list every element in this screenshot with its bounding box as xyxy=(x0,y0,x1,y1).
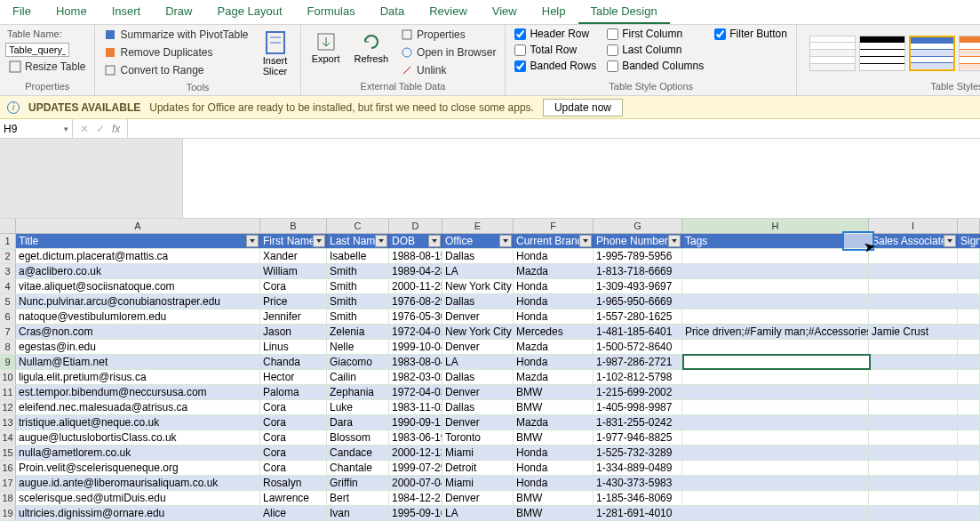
th-tags[interactable]: Tags xyxy=(682,234,869,248)
cell[interactable] xyxy=(869,476,958,490)
cell[interactable] xyxy=(869,385,958,399)
cell[interactable]: Chantale xyxy=(327,461,389,475)
tab-table-design[interactable]: Table Design xyxy=(578,0,670,24)
cell[interactable]: Rosalyn xyxy=(260,476,327,490)
cell[interactable] xyxy=(958,279,980,293)
cell[interactable]: 2000-11-25 xyxy=(389,279,442,293)
tab-insert[interactable]: Insert xyxy=(100,0,154,24)
open-browser-button[interactable]: Open in Browser xyxy=(397,44,499,60)
cell[interactable]: 1-430-373-5983 xyxy=(594,476,682,490)
col-header-A[interactable]: A xyxy=(16,219,260,233)
cell[interactable]: Honda xyxy=(514,476,594,490)
cell[interactable] xyxy=(958,370,980,384)
cell[interactable] xyxy=(682,385,869,399)
row-header[interactable]: 7 xyxy=(0,325,16,339)
th-office[interactable]: Office xyxy=(442,234,514,248)
col-header-H[interactable]: H xyxy=(682,219,869,233)
cell[interactable] xyxy=(869,264,958,278)
th-brand[interactable]: Current Brand xyxy=(514,234,594,248)
cell[interactable] xyxy=(682,340,869,354)
cell[interactable] xyxy=(869,415,958,430)
cell[interactable] xyxy=(958,264,980,278)
cell[interactable]: Cailin xyxy=(327,370,389,384)
cell[interactable]: 1999-07-29 xyxy=(389,461,442,475)
cell[interactable]: Dallas xyxy=(442,400,514,414)
cell[interactable]: 1983-08-04 xyxy=(389,355,442,369)
row-header[interactable]: 16 xyxy=(0,461,16,475)
cell[interactable] xyxy=(958,325,980,339)
cell[interactable]: Price driven;#Family man;#Accessories xyxy=(682,325,869,339)
cell[interactable] xyxy=(869,294,958,309)
cell[interactable]: Cora xyxy=(260,461,327,475)
cell[interactable] xyxy=(958,249,980,263)
filter-icon[interactable] xyxy=(668,235,681,247)
row-header[interactable]: 18 xyxy=(0,491,16,505)
cell[interactable] xyxy=(958,385,980,399)
cell[interactable]: Alice xyxy=(260,506,327,520)
cell[interactable]: Toronto xyxy=(442,430,514,445)
cell[interactable]: 1984-12-21 xyxy=(389,491,442,505)
col-header-I[interactable]: I xyxy=(869,219,958,233)
cell[interactable] xyxy=(869,446,958,460)
cell[interactable]: 1-405-998-9987 xyxy=(594,400,682,414)
cell[interactable] xyxy=(958,415,980,430)
cell[interactable]: 1-557-280-1625 xyxy=(594,309,682,324)
cell[interactable]: Lawrence xyxy=(260,491,327,505)
resize-table-button[interactable]: Resize Table xyxy=(5,59,89,75)
row-header[interactable]: 3 xyxy=(0,264,16,278)
cell[interactable]: Isabelle xyxy=(327,249,389,263)
cell[interactable]: Giacomo xyxy=(327,355,389,369)
cell[interactable] xyxy=(958,355,980,369)
cell[interactable]: Denver xyxy=(442,340,514,354)
cb-first-col[interactable]: First Column xyxy=(603,27,707,41)
cell[interactable]: egestas@in.edu xyxy=(16,340,260,354)
cell[interactable]: Cora xyxy=(260,430,327,445)
cell[interactable] xyxy=(958,309,980,324)
tab-help[interactable]: Help xyxy=(530,0,578,24)
row-header[interactable]: 4 xyxy=(0,279,16,293)
cell[interactable]: 1989-04-28 xyxy=(389,264,442,278)
col-header-J[interactable] xyxy=(958,219,980,233)
cell[interactable]: eget.dictum.placerat@mattis.ca xyxy=(16,249,260,263)
cell[interactable]: 1-281-691-4010 xyxy=(594,506,682,520)
cell[interactable]: Blossom xyxy=(327,430,389,445)
tab-home[interactable]: Home xyxy=(44,0,100,24)
row-header[interactable]: 11 xyxy=(0,385,16,399)
cell[interactable]: 1-309-493-9697 xyxy=(594,279,682,293)
cell[interactable]: Detroit xyxy=(442,461,514,475)
row-header[interactable]: 17 xyxy=(0,476,16,490)
cell[interactable] xyxy=(958,340,980,354)
row-header[interactable]: 15 xyxy=(0,446,16,460)
cell[interactable]: BMW xyxy=(514,385,594,399)
cell[interactable]: Honda xyxy=(514,279,594,293)
cell[interactable] xyxy=(958,476,980,490)
row-header-1[interactable]: 1 xyxy=(0,234,16,248)
cell[interactable]: 1990-09-11 xyxy=(389,415,442,430)
cell[interactable] xyxy=(682,506,869,520)
tab-draw[interactable]: Draw xyxy=(153,0,204,24)
th-title[interactable]: Title xyxy=(16,234,260,248)
cell[interactable] xyxy=(869,355,958,369)
ext-properties-button[interactable]: Properties xyxy=(397,27,499,43)
cell[interactable]: 1-831-255-0242 xyxy=(594,415,682,430)
tab-file[interactable]: File xyxy=(0,0,44,24)
update-now-button[interactable]: Update now xyxy=(543,99,623,116)
cell[interactable]: Candace xyxy=(327,446,389,460)
cell[interactable]: Honda xyxy=(514,309,594,324)
cb-last-col[interactable]: Last Column xyxy=(603,43,707,57)
cell[interactable] xyxy=(869,340,958,354)
cell[interactable]: Dallas xyxy=(442,370,514,384)
col-header-F[interactable]: F xyxy=(514,219,594,233)
cell[interactable] xyxy=(869,370,958,384)
cell[interactable] xyxy=(682,279,869,293)
cb-filter-button[interactable]: Filter Button xyxy=(711,27,791,41)
th-assoc[interactable]: Sales Associate xyxy=(869,234,958,248)
cell[interactable]: Chanda xyxy=(260,355,327,369)
cell[interactable]: Mazda xyxy=(514,264,594,278)
cell[interactable] xyxy=(682,491,869,505)
th-sign[interactable]: Sign xyxy=(958,234,980,248)
cell[interactable]: Mazda xyxy=(514,340,594,354)
row-header[interactable]: 5 xyxy=(0,294,16,309)
col-header-B[interactable]: B xyxy=(260,219,327,233)
row-header[interactable]: 2 xyxy=(0,249,16,263)
